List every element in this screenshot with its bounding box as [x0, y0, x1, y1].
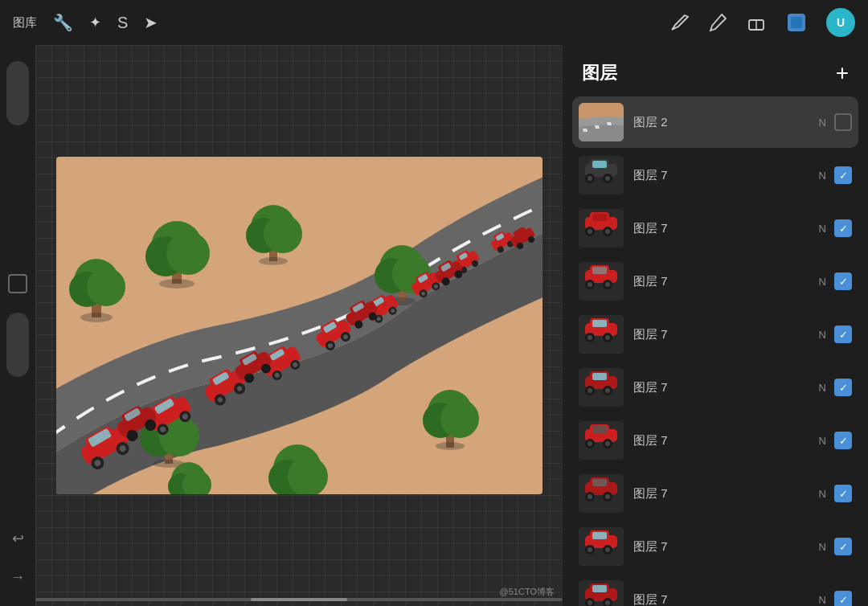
layer-item[interactable]: 图层 7 N — [572, 149, 858, 201]
redo-button[interactable]: → — [5, 564, 31, 590]
layer-name: 图层 7 — [633, 168, 819, 183]
svg-point-152 — [605, 282, 610, 287]
layer-blend-mode: N — [819, 117, 826, 129]
layer-item[interactable]: 图层 7 N — [572, 574, 858, 606]
svg-point-190 — [588, 547, 592, 552]
layer-visibility-checkbox[interactable] — [834, 485, 852, 502]
svg-point-158 — [588, 335, 592, 340]
layer-blend-mode: N — [819, 488, 826, 500]
layer-thumbnail — [579, 262, 624, 301]
layer-blend-mode: N — [819, 329, 826, 341]
svg-point-19 — [259, 257, 288, 265]
svg-point-18 — [264, 215, 302, 253]
layers-header: 图层 + — [563, 45, 868, 96]
layer-item[interactable]: 图层 7 N — [572, 203, 858, 254]
layer-thumbnail — [579, 580, 624, 606]
layer-name: 图层 2 — [633, 115, 819, 130]
layer-item[interactable]: 图层 7 N — [572, 415, 858, 466]
svg-rect-3 — [791, 17, 802, 28]
layer-visibility-checkbox[interactable] — [834, 538, 852, 555]
layers-list: 图层 2 N 图层 7 N — [563, 96, 868, 606]
svg-point-168 — [605, 388, 610, 393]
layer-visibility-button[interactable] — [8, 274, 27, 293]
layer-name: 图层 7 — [633, 327, 819, 342]
brush-icon[interactable] — [669, 12, 690, 33]
size-slider[interactable] — [6, 313, 29, 377]
pen-icon[interactable] — [707, 12, 728, 33]
svg-rect-164 — [592, 373, 607, 380]
svg-rect-148 — [592, 267, 607, 274]
svg-point-9 — [80, 313, 113, 322]
svg-point-160 — [605, 335, 610, 340]
horizontal-scrollbar[interactable] — [35, 598, 563, 601]
layer-visibility-checkbox[interactable] — [834, 379, 852, 396]
layer-blend-mode: N — [819, 276, 826, 288]
layers-icon[interactable] — [784, 10, 809, 35]
add-layer-button[interactable]: + — [836, 62, 849, 84]
layer-name: 图层 7 — [633, 592, 819, 607]
svg-point-166 — [588, 388, 592, 393]
svg-rect-132 — [592, 161, 607, 168]
eraser-icon[interactable] — [746, 12, 767, 33]
watermark: @51CTO博客 — [500, 586, 555, 598]
svg-point-8 — [87, 268, 125, 306]
toolbar-left: 图库 🔧 ✦ S ➤ — [13, 13, 158, 32]
layer-blend-mode: N — [819, 223, 826, 235]
svg-point-14 — [159, 279, 194, 289]
layer-visibility-checkbox[interactable] — [834, 166, 852, 184]
arrow-icon[interactable]: ➤ — [144, 13, 158, 32]
avatar[interactable]: U — [826, 8, 855, 37]
gallery-button[interactable]: 图库 — [13, 15, 37, 31]
svg-rect-180 — [592, 479, 607, 486]
illustration-canvas[interactable] — [56, 157, 542, 494]
layer-blend-mode: N — [819, 594, 826, 606]
svg-point-200 — [605, 600, 610, 605]
wrench-icon[interactable]: 🔧 — [53, 13, 73, 32]
svg-point-174 — [588, 441, 592, 446]
layers-panel: 图层 + 图层 2 N — [563, 45, 868, 606]
svg-point-136 — [605, 176, 610, 181]
svg-rect-156 — [592, 320, 607, 327]
layer-item[interactable]: 图层 7 N — [572, 362, 858, 413]
layer-name: 图层 7 — [633, 274, 819, 289]
layer-thumbnail — [579, 421, 624, 460]
toolbar-right: U — [669, 8, 855, 37]
layer-thumbnail — [579, 315, 624, 354]
layer-blend-mode: N — [819, 435, 826, 447]
svg-point-176 — [605, 441, 610, 446]
layer-visibility-checkbox[interactable] — [834, 219, 852, 237]
layer-name: 图层 7 — [633, 221, 819, 236]
layer-name: 图层 7 — [633, 539, 819, 555]
layer-blend-mode: N — [819, 170, 826, 182]
layer-visibility-checkbox[interactable] — [834, 272, 852, 290]
opacity-slider[interactable] — [6, 61, 29, 125]
svg-rect-188 — [592, 532, 607, 539]
svg-point-150 — [588, 282, 592, 287]
layer-visibility-checkbox[interactable] — [834, 326, 852, 343]
layer-thumbnail — [579, 209, 624, 248]
svg-rect-140 — [592, 214, 607, 221]
left-panel: ↩ → — [0, 45, 35, 606]
layer-item[interactable]: 图层 7 N — [572, 309, 858, 360]
svg-point-142 — [588, 229, 592, 234]
layer-thumbnail — [579, 103, 624, 141]
layer-name: 图层 7 — [633, 486, 819, 502]
layer-item[interactable]: 图层 7 N — [572, 256, 858, 307]
toolbar: 图库 🔧 ✦ S ➤ U — [0, 0, 868, 45]
layer-visibility-checkbox[interactable] — [834, 113, 852, 131]
layer-visibility-checkbox[interactable] — [834, 591, 852, 606]
sparkle-icon[interactable]: ✦ — [89, 14, 101, 31]
layer-blend-mode: N — [819, 382, 826, 394]
layers-title: 图层 — [582, 61, 617, 85]
layer-item[interactable]: 图层 7 N — [572, 468, 858, 519]
undo-button[interactable]: ↩ — [5, 526, 31, 551]
layer-item[interactable]: 图层 2 N — [572, 96, 858, 148]
layer-name: 图层 7 — [633, 380, 819, 395]
svg-point-198 — [588, 600, 592, 605]
svg-point-134 — [588, 176, 592, 181]
svg-rect-196 — [592, 585, 607, 592]
layer-blend-mode: N — [819, 541, 826, 553]
smudge-icon[interactable]: S — [117, 14, 128, 32]
layer-item[interactable]: 图层 7 N — [572, 521, 858, 572]
layer-visibility-checkbox[interactable] — [834, 432, 852, 449]
